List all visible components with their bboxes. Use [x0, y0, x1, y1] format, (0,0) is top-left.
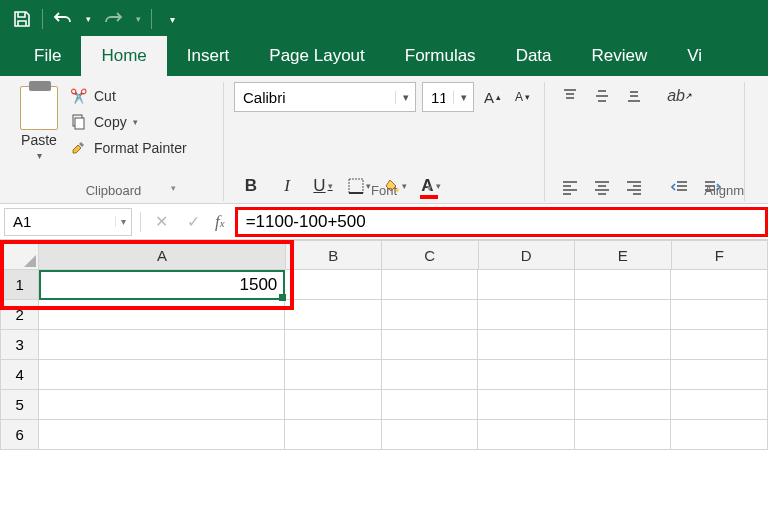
cell-f1[interactable]: [671, 270, 768, 300]
row-header-2[interactable]: 2: [0, 300, 39, 330]
cell-d2[interactable]: [478, 300, 575, 330]
font-size-combo[interactable]: ▾: [422, 82, 474, 112]
font-name-combo[interactable]: ▾: [234, 82, 416, 112]
paste-button[interactable]: Paste ▾: [14, 82, 64, 165]
column-header-e[interactable]: E: [575, 240, 672, 270]
cell-b1[interactable]: [285, 270, 382, 300]
separator: [151, 9, 152, 29]
row-header-4[interactable]: 4: [0, 360, 39, 390]
column-header-a[interactable]: A: [39, 240, 285, 270]
cell-c1[interactable]: [382, 270, 479, 300]
cell-e2[interactable]: [575, 300, 672, 330]
cell-c3[interactable]: [382, 330, 479, 360]
formula-input[interactable]: =1100-100+500: [235, 207, 768, 237]
name-box-input[interactable]: [5, 213, 115, 230]
cut-button[interactable]: ✂️ Cut: [68, 86, 187, 106]
svg-rect-1: [75, 118, 84, 129]
column-header-c[interactable]: C: [382, 240, 479, 270]
name-box[interactable]: ▾: [4, 208, 132, 236]
cell-d5[interactable]: [478, 390, 575, 420]
cell-a4[interactable]: [39, 360, 285, 390]
align-middle-button[interactable]: [587, 82, 617, 110]
cell-a1[interactable]: 1500: [39, 270, 285, 300]
cancel-formula-button[interactable]: ✕: [145, 208, 177, 236]
align-bottom-button[interactable]: [619, 82, 649, 110]
cell-d6[interactable]: [478, 420, 575, 450]
column-headers: A B C D E F: [0, 240, 768, 270]
ribbon-tabs: File Home Insert Page Layout Formulas Da…: [0, 38, 768, 76]
font-name-input[interactable]: [235, 83, 395, 111]
cell-c5[interactable]: [382, 390, 479, 420]
paste-icon: [20, 86, 58, 130]
undo-dropdown-icon[interactable]: ▾: [81, 5, 95, 33]
copy-button[interactable]: Copy ▾: [68, 112, 187, 132]
tab-insert[interactable]: Insert: [167, 36, 250, 76]
cell-e5[interactable]: [575, 390, 672, 420]
cell-c2[interactable]: [382, 300, 479, 330]
cell-a6[interactable]: [39, 420, 285, 450]
cell-d4[interactable]: [478, 360, 575, 390]
increase-font-button[interactable]: A▴: [480, 87, 505, 108]
cell-b5[interactable]: [285, 390, 382, 420]
tab-page-layout[interactable]: Page Layout: [249, 36, 384, 76]
redo-icon[interactable]: [99, 5, 127, 33]
column-header-b[interactable]: B: [286, 240, 383, 270]
format-painter-button[interactable]: Format Painter: [68, 138, 187, 158]
cell-e4[interactable]: [575, 360, 672, 390]
cell-a2[interactable]: [39, 300, 285, 330]
orientation-button[interactable]: ab↗: [665, 82, 695, 110]
enter-formula-button[interactable]: ✓: [177, 208, 209, 236]
cell-c4[interactable]: [382, 360, 479, 390]
row-header-6[interactable]: 6: [0, 420, 39, 450]
group-label-alignment: Alignm: [545, 183, 744, 198]
cell-a5[interactable]: [39, 390, 285, 420]
select-all-corner[interactable]: [0, 240, 39, 270]
cell-b4[interactable]: [285, 360, 382, 390]
qat-customize-icon[interactable]: ▾: [158, 5, 186, 33]
chevron-down-icon[interactable]: ▾: [453, 91, 473, 104]
column-header-f[interactable]: F: [672, 240, 768, 270]
cell-f5[interactable]: [671, 390, 768, 420]
cell-b2[interactable]: [285, 300, 382, 330]
tab-home[interactable]: Home: [81, 36, 166, 76]
tab-view[interactable]: Vi: [667, 36, 722, 76]
cell-f4[interactable]: [671, 360, 768, 390]
column-header-d[interactable]: D: [479, 240, 576, 270]
row-5: 5: [0, 390, 768, 420]
redo-dropdown-icon[interactable]: ▾: [131, 5, 145, 33]
copy-dropdown-icon[interactable]: ▾: [133, 117, 138, 127]
tab-data[interactable]: Data: [496, 36, 572, 76]
undo-icon[interactable]: [49, 5, 77, 33]
cell-e6[interactable]: [575, 420, 672, 450]
tab-formulas[interactable]: Formulas: [385, 36, 496, 76]
chevron-down-icon[interactable]: ▾: [395, 91, 415, 104]
cell-b3[interactable]: [285, 330, 382, 360]
cell-d3[interactable]: [478, 330, 575, 360]
tab-file[interactable]: File: [14, 36, 81, 76]
decrease-font-button[interactable]: A▾: [511, 88, 534, 106]
row-4: 4: [0, 360, 768, 390]
cell-f2[interactable]: [671, 300, 768, 330]
cell-f3[interactable]: [671, 330, 768, 360]
row-2: 2: [0, 300, 768, 330]
cell-a3[interactable]: [39, 330, 285, 360]
font-size-input[interactable]: [423, 83, 453, 111]
cell-b6[interactable]: [285, 420, 382, 450]
save-icon[interactable]: [8, 5, 36, 33]
paintbrush-icon: [68, 138, 88, 158]
cell-e3[interactable]: [575, 330, 672, 360]
copy-label: Copy: [94, 114, 127, 130]
insert-function-button[interactable]: fx: [209, 212, 231, 232]
align-top-button[interactable]: [555, 82, 585, 110]
cell-c6[interactable]: [382, 420, 479, 450]
tab-review[interactable]: Review: [572, 36, 668, 76]
row-header-1[interactable]: 1: [0, 270, 39, 300]
cell-e1[interactable]: [575, 270, 672, 300]
chevron-down-icon[interactable]: ▾: [115, 216, 131, 227]
paste-dropdown-icon[interactable]: ▾: [37, 150, 42, 161]
cell-d1[interactable]: [478, 270, 575, 300]
row-header-5[interactable]: 5: [0, 390, 39, 420]
cell-f6[interactable]: [671, 420, 768, 450]
row-header-3[interactable]: 3: [0, 330, 39, 360]
separator: [42, 9, 43, 29]
